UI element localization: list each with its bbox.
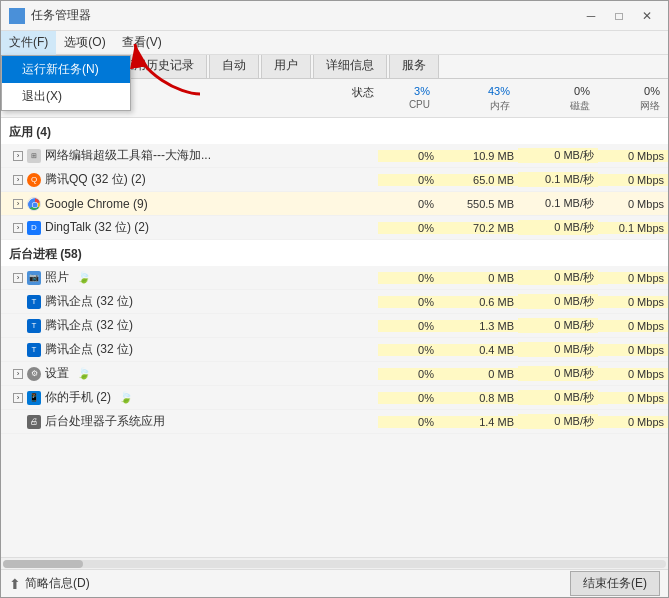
expand-button[interactable]: › xyxy=(13,151,23,161)
tab-users[interactable]: 用户 xyxy=(261,52,311,78)
brief-info-label[interactable]: 简略信息(D) xyxy=(25,575,90,592)
row-cpu: 0% xyxy=(378,150,438,162)
app-icon xyxy=(9,8,25,24)
expand-button[interactable]: › xyxy=(13,199,23,209)
row-name-settings: › ⚙ 设置 🍃 xyxy=(9,365,298,382)
row-network: 0 Mbps xyxy=(598,198,668,210)
main-content: 名称 状态 3% CPU 43% 内存 0% 磁盘 0% 网络 应用 (4) xyxy=(1,79,668,569)
row-network: 0 Mbps xyxy=(598,392,668,404)
file-dropdown: 运行新任务(N) 退出(X) xyxy=(1,55,131,111)
pin-icon: 🍃 xyxy=(77,271,91,284)
col-header-cpu-label: CPU xyxy=(382,99,434,110)
row-disk: 0 MB/秒 xyxy=(518,414,598,429)
row-disk: 0.1 MB/秒 xyxy=(518,172,598,187)
end-task-button[interactable]: 结束任务(E) xyxy=(570,571,660,596)
row-label: 腾讯企点 (32 位) xyxy=(45,293,133,310)
section-header: 后台进程 (58) xyxy=(1,240,668,266)
row-cpu: 0% xyxy=(378,296,438,308)
expand-button[interactable]: › xyxy=(13,393,23,403)
row-disk: 0 MB/秒 xyxy=(518,294,598,309)
close-button[interactable]: ✕ xyxy=(634,6,660,26)
scrollbar-thumb-h[interactable] xyxy=(3,560,83,568)
row-memory: 70.2 MB xyxy=(438,222,518,234)
row-icon-tencent: T xyxy=(27,343,41,357)
svg-point-7 xyxy=(33,202,38,207)
row-memory: 1.3 MB xyxy=(438,320,518,332)
row-disk: 0 MB/秒 xyxy=(518,318,598,333)
table-row[interactable]: T 腾讯企点 (32 位) 0% 1.3 MB 0 MB/秒 0 Mbps xyxy=(1,314,668,338)
title-bar: 任务管理器 ─ □ ✕ xyxy=(1,1,668,31)
tab-auto[interactable]: 自动 xyxy=(209,52,259,78)
col-header-status[interactable]: 状态 xyxy=(298,83,378,113)
col-header-network-label: 网络 xyxy=(602,99,664,113)
expand-button[interactable]: › xyxy=(13,273,23,283)
row-disk: 0 MB/秒 xyxy=(518,366,598,381)
horizontal-scrollbar[interactable] xyxy=(1,557,668,569)
row-name-tencent-dian-3: T 腾讯企点 (32 位) xyxy=(9,341,298,358)
expand-button[interactable]: › xyxy=(13,175,23,185)
menu-exit[interactable]: 退出(X) xyxy=(2,83,130,110)
menu-run-new-task[interactable]: 运行新任务(N) xyxy=(2,56,130,83)
task-manager-window: 任务管理器 ─ □ ✕ 文件(F) 选项(O) 查看(V) 运行新任务(N) 退… xyxy=(0,0,669,598)
table-row[interactable]: › ⚙ 设置 🍃 0% 0 MB 0 MB/秒 0 Mbps xyxy=(1,362,668,386)
row-icon-tencent: T xyxy=(27,295,41,309)
table-row[interactable]: › Q 腾讯QQ (32 位) (2) 0% 65.0 MB 0.1 MB/秒 … xyxy=(1,168,668,192)
expand-button[interactable]: › xyxy=(13,369,23,379)
svg-rect-0 xyxy=(11,10,16,15)
window-controls: ─ □ ✕ xyxy=(578,6,660,26)
maximize-button[interactable]: □ xyxy=(606,6,632,26)
table-row[interactable]: › 📱 你的手机 (2) 🍃 0% 0.8 MB 0 MB/秒 0 Mbps xyxy=(1,386,668,410)
row-memory: 0.6 MB xyxy=(438,296,518,308)
row-network: 0 Mbps xyxy=(598,272,668,284)
row-disk: 0 MB/秒 xyxy=(518,270,598,285)
row-icon-network: ⊞ xyxy=(27,149,41,163)
title-bar-left: 任务管理器 xyxy=(9,7,91,24)
row-label: 后台处理器子系统应用 xyxy=(45,413,165,430)
row-network: 0 Mbps xyxy=(598,320,668,332)
row-memory: 0 MB xyxy=(438,368,518,380)
row-name-google-chrome: › Google Chrome (9) xyxy=(9,197,298,211)
row-disk: 0 MB/秒 xyxy=(518,342,598,357)
row-cpu: 0% xyxy=(378,272,438,284)
row-name-tencent-qq: › Q 腾讯QQ (32 位) (2) xyxy=(9,171,298,188)
row-network: 0 Mbps xyxy=(598,344,668,356)
table-row[interactable]: T 腾讯企点 (32 位) 0% 0.4 MB 0 MB/秒 0 Mbps xyxy=(1,338,668,362)
col-header-disk-pct: 0% xyxy=(522,83,594,99)
tab-services[interactable]: 服务 xyxy=(389,52,439,78)
pin-icon: 🍃 xyxy=(119,391,133,404)
minimize-button[interactable]: ─ xyxy=(578,6,604,26)
row-memory: 1.4 MB xyxy=(438,416,518,428)
table-row[interactable]: › D DingTalk (32 位) (2) 0% 70.2 MB 0 MB/… xyxy=(1,216,668,240)
row-label: 腾讯QQ (32 位) (2) xyxy=(45,171,146,188)
window-title: 任务管理器 xyxy=(31,7,91,24)
row-icon-qq: Q xyxy=(27,173,41,187)
menu-bar: 文件(F) 选项(O) 查看(V) 运行新任务(N) 退出(X) xyxy=(1,31,668,55)
row-memory: 0.4 MB xyxy=(438,344,518,356)
section-header: 应用 (4) xyxy=(1,118,668,144)
row-name-backend-process: 🖨 后台处理器子系统应用 xyxy=(9,413,298,430)
row-memory: 65.0 MB xyxy=(438,174,518,186)
table-row[interactable]: › 📷 照片 🍃 0% 0 MB 0 MB/秒 0 Mbps xyxy=(1,266,668,290)
tab-details[interactable]: 详细信息 xyxy=(313,52,387,78)
expand-button[interactable]: › xyxy=(13,223,23,233)
menu-options[interactable]: 选项(O) xyxy=(56,31,113,55)
table-row[interactable]: 🖨 后台处理器子系统应用 0% 1.4 MB 0 MB/秒 0 Mbps xyxy=(1,410,668,434)
row-cpu: 0% xyxy=(378,198,438,210)
scrollbar-track-h xyxy=(3,560,666,568)
table-row[interactable]: › ⊞ 网络编辑超级工具箱---大海加... 0% 10.9 MB 0 MB/秒… xyxy=(1,144,668,168)
row-icon-settings: ⚙ xyxy=(27,367,41,381)
row-icon-print: 🖨 xyxy=(27,415,41,429)
table-row[interactable]: T 腾讯企点 (32 位) 0% 0.6 MB 0 MB/秒 0 Mbps xyxy=(1,290,668,314)
row-memory: 550.5 MB xyxy=(438,198,518,210)
svg-rect-2 xyxy=(11,17,16,22)
menu-view[interactable]: 查看(V) xyxy=(114,31,170,55)
table-body: 应用 (4) › ⊞ 网络编辑超级工具箱---大海加... 0% 10.9 MB… xyxy=(1,118,668,557)
row-label: 腾讯企点 (32 位) xyxy=(45,317,133,334)
row-icon-ding: D xyxy=(27,221,41,235)
col-header-memory-label: 内存 xyxy=(442,99,514,113)
row-cpu: 0% xyxy=(378,320,438,332)
table-row[interactable]: › Google Chrome (9) 0% 550.5 MB 0.1 MB/秒… xyxy=(1,192,668,216)
row-cpu: 0% xyxy=(378,416,438,428)
menu-file[interactable]: 文件(F) xyxy=(1,31,56,55)
row-network: 0 Mbps xyxy=(598,150,668,162)
